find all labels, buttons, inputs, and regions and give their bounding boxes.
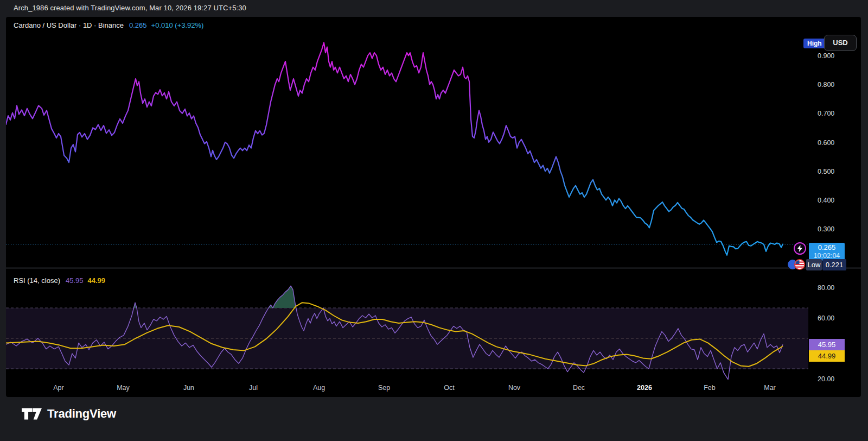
price-tick-label: 0.300 bbox=[818, 225, 834, 233]
rsi-ma-value: 44.99 bbox=[88, 276, 106, 285]
price-tick-label: 0.400 bbox=[818, 197, 834, 204]
current-price-value: 0.265 bbox=[809, 243, 845, 252]
time-tick-label: Oct bbox=[444, 384, 454, 392]
time-tick-label: Jul bbox=[249, 384, 258, 392]
symbol-change: +0.010 (+3.92%) bbox=[151, 21, 204, 29]
rsi-axis-badge: 45.95 bbox=[809, 339, 845, 350]
time-tick-label: Mar bbox=[764, 384, 776, 392]
time-tick-label: Jun bbox=[183, 384, 194, 392]
time-tick-label: Aug bbox=[313, 384, 325, 392]
bottom-bar: TradingView bbox=[0, 397, 868, 441]
current-price-label[interactable]: 0.265 10:02:04 bbox=[809, 243, 845, 261]
time-tick-label: 2026 bbox=[637, 384, 652, 392]
time-tick-label: Nov bbox=[508, 384, 520, 392]
lightning-glyph bbox=[797, 245, 803, 252]
tradingview-published-chart: Arch_1986 created with TradingView.com, … bbox=[0, 0, 868, 441]
us-flag-event-icon[interactable] bbox=[794, 259, 805, 270]
rsi-tick-label: 20.00 bbox=[818, 375, 834, 383]
time-tick-label: Feb bbox=[704, 384, 716, 392]
symbol-last-price: 0.265 bbox=[129, 21, 147, 29]
currency-toggle-button[interactable]: USD bbox=[824, 35, 857, 51]
day-high-badge: High bbox=[803, 39, 826, 48]
rsi-tick-label: 60.00 bbox=[818, 314, 834, 322]
tradingview-logo-text: TradingView bbox=[47, 407, 116, 421]
price-tick-label: 0.700 bbox=[818, 110, 834, 117]
rsi-value: 45.95 bbox=[66, 276, 84, 285]
attribution-text: Arch_1986 created with TradingView.com, … bbox=[14, 4, 246, 12]
rsi-overbought-fill bbox=[134, 286, 324, 308]
rsi-ma-axis-badge: 44.99 bbox=[809, 350, 845, 362]
rsi-indicator-title[interactable]: RSI (14, close) bbox=[14, 276, 60, 285]
us-flag-glyph bbox=[795, 260, 804, 269]
time-tick-label: Apr bbox=[53, 384, 63, 392]
time-tick-label: Sep bbox=[378, 384, 390, 392]
day-low-label: Low bbox=[806, 259, 822, 270]
price-tick-label: 0.600 bbox=[818, 139, 834, 147]
crypto-event-lightning-icon[interactable] bbox=[794, 242, 806, 255]
rsi-tick-label: 80.00 bbox=[818, 284, 834, 292]
attribution-bar: Arch_1986 created with TradingView.com, … bbox=[0, 0, 868, 17]
price-tick-label: 0.500 bbox=[818, 168, 834, 175]
symbol-legend: Cardano / US Dollar · 1D · Binance0.265+… bbox=[14, 21, 203, 29]
tradingview-logo[interactable]: TradingView bbox=[22, 405, 116, 423]
price-tick-label: 0.900 bbox=[818, 52, 834, 60]
symbol-title[interactable]: Cardano / US Dollar · 1D · Binance bbox=[14, 21, 124, 29]
price-line-series bbox=[6, 43, 783, 255]
time-tick-label: Dec bbox=[573, 384, 585, 392]
chart-frame: Cardano / US Dollar · 1D · Binance0.265+… bbox=[6, 17, 861, 397]
day-low-value: 0.221 bbox=[822, 259, 846, 270]
chart-canvas[interactable] bbox=[6, 17, 861, 397]
tradingview-logo-mark bbox=[22, 405, 42, 423]
time-tick-label: May bbox=[117, 384, 130, 392]
rsi-legend: RSI (14, close)45.9544.99 bbox=[14, 276, 105, 285]
price-tick-label: 0.800 bbox=[818, 81, 834, 89]
